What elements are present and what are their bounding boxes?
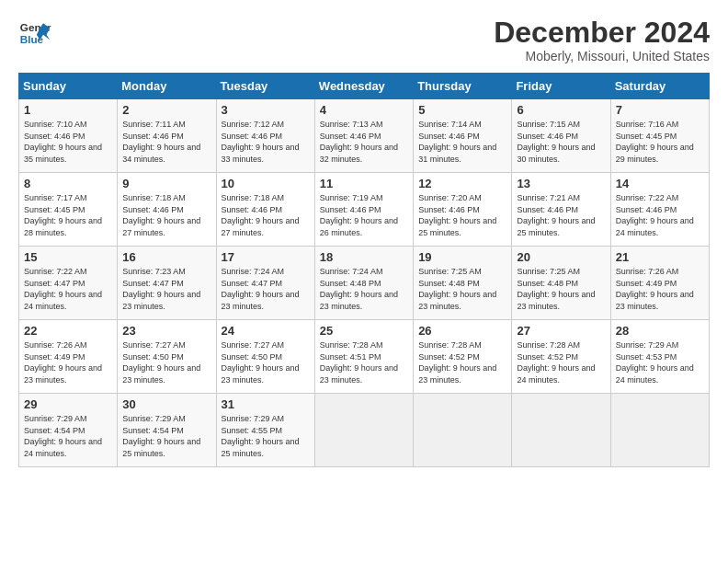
table-row: 20Sunrise: 7:25 AMSunset: 4:48 PMDayligh… <box>512 247 610 320</box>
day-info: Sunrise: 7:19 AMSunset: 4:46 PMDaylight:… <box>320 192 408 238</box>
table-row: 6Sunrise: 7:15 AMSunset: 4:46 PMDaylight… <box>512 99 610 173</box>
table-row: 5Sunrise: 7:14 AMSunset: 4:46 PMDaylight… <box>414 99 512 173</box>
subtitle: Moberly, Missouri, United States <box>494 49 710 63</box>
day-number: 20 <box>517 250 605 264</box>
header: General Blue December 2024 Moberly, Miss… <box>18 17 710 63</box>
day-number: 24 <box>222 324 310 338</box>
day-number: 19 <box>418 250 506 264</box>
day-number: 1 <box>24 103 112 117</box>
table-row: 8Sunrise: 7:17 AMSunset: 4:45 PMDaylight… <box>19 173 118 247</box>
day-info: Sunrise: 7:29 AMSunset: 4:53 PMDaylight:… <box>616 339 704 385</box>
day-info: Sunrise: 7:24 AMSunset: 4:48 PMDaylight:… <box>320 266 408 312</box>
day-info: Sunrise: 7:10 AMSunset: 4:46 PMDaylight:… <box>24 119 112 165</box>
table-row: 21Sunrise: 7:26 AMSunset: 4:49 PMDayligh… <box>610 247 709 320</box>
day-number: 18 <box>320 250 408 264</box>
col-saturday: Saturday <box>610 74 709 99</box>
day-info: Sunrise: 7:12 AMSunset: 4:46 PMDaylight:… <box>222 119 310 165</box>
table-row: 4Sunrise: 7:13 AMSunset: 4:46 PMDaylight… <box>314 99 413 173</box>
day-info: Sunrise: 7:29 AMSunset: 4:54 PMDaylight:… <box>24 413 112 459</box>
day-number: 9 <box>122 177 210 190</box>
table-row: 23Sunrise: 7:27 AMSunset: 4:50 PMDayligh… <box>118 320 216 394</box>
table-row: 14Sunrise: 7:22 AMSunset: 4:46 PMDayligh… <box>610 173 709 247</box>
table-row: 16Sunrise: 7:23 AMSunset: 4:47 PMDayligh… <box>118 247 216 320</box>
day-number: 22 <box>24 324 112 338</box>
day-info: Sunrise: 7:25 AMSunset: 4:48 PMDaylight:… <box>517 266 605 312</box>
table-row: 26Sunrise: 7:28 AMSunset: 4:52 PMDayligh… <box>414 320 512 394</box>
day-info: Sunrise: 7:29 AMSunset: 4:55 PMDaylight:… <box>222 413 310 459</box>
day-number: 14 <box>616 177 704 190</box>
day-info: Sunrise: 7:26 AMSunset: 4:49 PMDaylight:… <box>616 266 704 312</box>
day-number: 11 <box>320 177 408 190</box>
table-row: 3Sunrise: 7:12 AMSunset: 4:46 PMDaylight… <box>216 99 314 173</box>
day-info: Sunrise: 7:17 AMSunset: 4:45 PMDaylight:… <box>24 192 112 238</box>
logo-icon: General Blue <box>18 17 51 50</box>
table-row: 17Sunrise: 7:24 AMSunset: 4:47 PMDayligh… <box>216 247 314 320</box>
col-tuesday: Tuesday <box>216 74 314 99</box>
day-number: 2 <box>122 103 210 117</box>
table-row: 27Sunrise: 7:28 AMSunset: 4:52 PMDayligh… <box>512 320 610 394</box>
title-block: December 2024 Moberly, Missouri, United … <box>494 17 710 63</box>
day-info: Sunrise: 7:14 AMSunset: 4:46 PMDaylight:… <box>418 119 506 165</box>
day-info: Sunrise: 7:28 AMSunset: 4:51 PMDaylight:… <box>320 339 408 385</box>
table-row: 10Sunrise: 7:18 AMSunset: 4:46 PMDayligh… <box>216 173 314 247</box>
table-row: 25Sunrise: 7:28 AMSunset: 4:51 PMDayligh… <box>314 320 413 394</box>
day-number: 31 <box>222 397 310 411</box>
day-number: 28 <box>616 324 704 338</box>
day-number: 23 <box>122 324 210 338</box>
day-number: 6 <box>517 103 605 117</box>
day-number: 27 <box>517 324 605 338</box>
day-number: 8 <box>24 177 112 190</box>
day-info: Sunrise: 7:27 AMSunset: 4:50 PMDaylight:… <box>122 339 210 385</box>
table-row: 7Sunrise: 7:16 AMSunset: 4:45 PMDaylight… <box>610 99 709 173</box>
col-wednesday: Wednesday <box>314 74 413 99</box>
table-row: 11Sunrise: 7:19 AMSunset: 4:46 PMDayligh… <box>314 173 413 247</box>
calendar-header-row: Sunday Monday Tuesday Wednesday Thursday… <box>19 74 710 99</box>
day-number: 13 <box>517 177 605 190</box>
day-info: Sunrise: 7:22 AMSunset: 4:46 PMDaylight:… <box>616 192 704 238</box>
day-number: 29 <box>24 397 112 411</box>
day-info: Sunrise: 7:11 AMSunset: 4:46 PMDaylight:… <box>122 119 210 165</box>
day-info: Sunrise: 7:29 AMSunset: 4:54 PMDaylight:… <box>122 413 210 459</box>
table-row <box>512 394 610 467</box>
day-info: Sunrise: 7:20 AMSunset: 4:46 PMDaylight:… <box>418 192 506 238</box>
calendar: Sunday Monday Tuesday Wednesday Thursday… <box>18 73 710 467</box>
table-row: 15Sunrise: 7:22 AMSunset: 4:47 PMDayligh… <box>19 247 118 320</box>
table-row <box>414 394 512 467</box>
logo: General Blue <box>18 17 51 50</box>
table-row: 18Sunrise: 7:24 AMSunset: 4:48 PMDayligh… <box>314 247 413 320</box>
page-container: General Blue December 2024 Moberly, Miss… <box>0 0 728 478</box>
day-info: Sunrise: 7:18 AMSunset: 4:46 PMDaylight:… <box>222 192 310 238</box>
table-row: 9Sunrise: 7:18 AMSunset: 4:46 PMDaylight… <box>118 173 216 247</box>
col-monday: Monday <box>118 74 216 99</box>
col-friday: Friday <box>512 74 610 99</box>
day-number: 7 <box>616 103 704 117</box>
table-row <box>610 394 709 467</box>
day-info: Sunrise: 7:26 AMSunset: 4:49 PMDaylight:… <box>24 339 112 385</box>
col-sunday: Sunday <box>19 74 118 99</box>
day-number: 17 <box>222 250 310 264</box>
day-info: Sunrise: 7:28 AMSunset: 4:52 PMDaylight:… <box>418 339 506 385</box>
day-number: 21 <box>616 250 704 264</box>
day-number: 12 <box>418 177 506 190</box>
table-row: 1Sunrise: 7:10 AMSunset: 4:46 PMDaylight… <box>19 99 118 173</box>
table-row: 22Sunrise: 7:26 AMSunset: 4:49 PMDayligh… <box>19 320 118 394</box>
day-number: 3 <box>222 103 310 117</box>
day-info: Sunrise: 7:22 AMSunset: 4:47 PMDaylight:… <box>24 266 112 312</box>
day-number: 4 <box>320 103 408 117</box>
day-info: Sunrise: 7:15 AMSunset: 4:46 PMDaylight:… <box>517 119 605 165</box>
table-row: 28Sunrise: 7:29 AMSunset: 4:53 PMDayligh… <box>610 320 709 394</box>
table-row: 24Sunrise: 7:27 AMSunset: 4:50 PMDayligh… <box>216 320 314 394</box>
day-number: 10 <box>222 177 310 190</box>
day-number: 16 <box>122 250 210 264</box>
day-info: Sunrise: 7:28 AMSunset: 4:52 PMDaylight:… <box>517 339 605 385</box>
day-info: Sunrise: 7:25 AMSunset: 4:48 PMDaylight:… <box>418 266 506 312</box>
day-info: Sunrise: 7:13 AMSunset: 4:46 PMDaylight:… <box>320 119 408 165</box>
day-number: 5 <box>418 103 506 117</box>
day-number: 15 <box>24 250 112 264</box>
table-row <box>314 394 413 467</box>
day-info: Sunrise: 7:24 AMSunset: 4:47 PMDaylight:… <box>222 266 310 312</box>
month-title: December 2024 <box>494 17 710 49</box>
day-number: 26 <box>418 324 506 338</box>
day-info: Sunrise: 7:27 AMSunset: 4:50 PMDaylight:… <box>222 339 310 385</box>
day-number: 30 <box>122 397 210 411</box>
